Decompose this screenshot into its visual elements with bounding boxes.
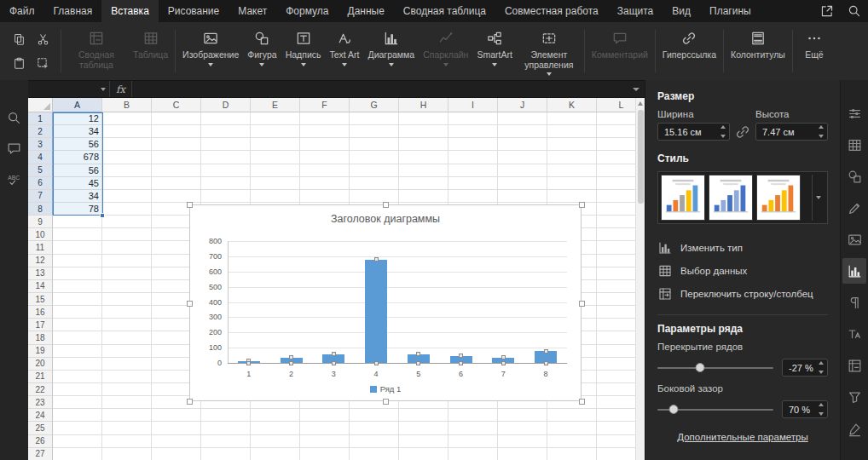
cell-D4[interactable] <box>201 151 251 164</box>
cell-A24[interactable] <box>53 409 102 422</box>
cell-D6[interactable] <box>201 177 251 190</box>
cell-F27[interactable] <box>300 448 350 460</box>
series-point-handle[interactable] <box>416 361 420 365</box>
width-input[interactable]: 15.16 см <box>657 123 730 141</box>
cell-A14[interactable] <box>53 280 102 293</box>
cell-J27[interactable] <box>498 448 547 460</box>
cell-J6[interactable] <box>498 177 547 190</box>
row-header-19[interactable]: 19 <box>28 345 53 358</box>
row-header-16[interactable]: 16 <box>28 306 53 319</box>
chart-resize-handle[interactable] <box>383 202 389 208</box>
series-point-handle[interactable] <box>332 352 336 356</box>
cell-A21[interactable] <box>53 371 102 383</box>
cell-D7[interactable] <box>201 190 251 203</box>
cell-C26[interactable] <box>152 435 201 448</box>
table-button[interactable]: Таблица <box>129 22 172 80</box>
cell-B22[interactable] <box>102 383 152 396</box>
row-header-1[interactable]: 1 <box>28 112 53 125</box>
menu-tab-11[interactable]: Плагины <box>700 0 761 22</box>
cell-E7[interactable] <box>251 190 300 203</box>
more-button[interactable]: Ещё <box>796 22 833 80</box>
series-point-handle[interactable] <box>289 361 293 365</box>
cell-A8[interactable]: 78 <box>53 203 102 216</box>
row-header-3[interactable]: 3 <box>28 138 53 151</box>
row-header-6[interactable]: 6 <box>28 177 53 190</box>
menu-tab-1[interactable]: Главная <box>44 0 102 22</box>
gap-spinner[interactable] <box>816 403 825 416</box>
cell-K27[interactable] <box>547 448 597 460</box>
cell-J5[interactable] <box>498 164 547 177</box>
cell-B25[interactable] <box>102 422 152 434</box>
cell-A20[interactable] <box>53 358 102 371</box>
series-point-handle[interactable] <box>374 257 379 262</box>
row-header-2[interactable]: 2 <box>28 125 53 138</box>
cell-J26[interactable] <box>498 435 547 448</box>
column-header-E[interactable]: E <box>251 98 300 112</box>
row-header-20[interactable]: 20 <box>28 358 53 371</box>
column-header-F[interactable]: F <box>300 98 350 112</box>
cell-C7[interactable] <box>152 190 201 203</box>
constrain-proportions-icon[interactable] <box>730 124 755 141</box>
cell-I24[interactable] <box>448 409 498 422</box>
cell-B23[interactable] <box>102 396 152 409</box>
vertical-scrollbar[interactable] <box>635 98 645 460</box>
cell-J1[interactable] <box>498 112 547 125</box>
cell-F24[interactable] <box>300 409 350 422</box>
menu-tab-2[interactable]: Вставка <box>101 0 159 22</box>
cell-C6[interactable] <box>152 177 201 190</box>
cell-K2[interactable] <box>547 125 597 138</box>
series-point-handle[interactable] <box>246 361 251 365</box>
cell-I1[interactable] <box>448 112 498 125</box>
cell-E2[interactable] <box>251 125 300 138</box>
column-header-C[interactable]: C <box>152 98 201 112</box>
cell-B1[interactable] <box>102 112 152 125</box>
series-point-handle[interactable] <box>416 352 420 356</box>
sparkline-button[interactable]: Спарклайн <box>419 22 472 80</box>
chart-resize-handle[interactable] <box>579 301 585 307</box>
cell-K1[interactable] <box>547 112 597 125</box>
cell-A3[interactable]: 56 <box>53 138 102 151</box>
chart-resize-handle[interactable] <box>579 399 585 405</box>
cell-G1[interactable] <box>350 112 399 125</box>
pivot-settings-icon[interactable] <box>842 353 866 378</box>
row-header-23[interactable]: 23 <box>28 396 53 409</box>
cell-A27[interactable] <box>53 448 102 460</box>
cell-C1[interactable] <box>152 112 201 125</box>
copy-button[interactable] <box>8 28 30 50</box>
cell-J25[interactable] <box>498 422 547 434</box>
gap-slider-thumb[interactable] <box>669 405 679 414</box>
cell-D25[interactable] <box>201 422 251 434</box>
cell-C3[interactable] <box>152 138 201 151</box>
text-art-button[interactable]: Text Art <box>326 22 364 80</box>
cell-C4[interactable] <box>152 151 201 164</box>
cell-C2[interactable] <box>152 125 201 138</box>
row-header-27[interactable]: 27 <box>28 448 53 460</box>
cell-I7[interactable] <box>448 190 498 203</box>
cell-K6[interactable] <box>547 177 597 190</box>
cell-E5[interactable] <box>251 164 300 177</box>
menu-tab-0[interactable]: Файл <box>0 0 44 22</box>
cell-B2[interactable] <box>102 125 152 138</box>
cell-G5[interactable] <box>350 164 399 177</box>
cell-B27[interactable] <box>102 448 152 460</box>
row-header-17[interactable]: 17 <box>28 319 53 331</box>
series-point-handle[interactable] <box>459 361 463 365</box>
cell-B20[interactable] <box>102 358 152 371</box>
row-header-5[interactable]: 5 <box>28 164 53 177</box>
cell-A15[interactable] <box>53 293 102 306</box>
cell-settings-icon[interactable] <box>842 101 866 126</box>
chart-resize-handle[interactable] <box>187 301 193 307</box>
column-header-I[interactable]: I <box>448 98 498 112</box>
width-spinner[interactable] <box>718 125 727 138</box>
formula-bar-collapse-icon[interactable] <box>628 81 645 97</box>
column-header-G[interactable]: G <box>350 98 399 112</box>
cell-H5[interactable] <box>399 164 448 177</box>
cell-C27[interactable] <box>152 448 201 460</box>
cell-I2[interactable] <box>448 125 498 138</box>
advanced-settings-link[interactable]: Дополнительные параметры <box>677 432 808 442</box>
cell-B14[interactable] <box>102 280 152 293</box>
cut-button[interactable] <box>32 28 54 50</box>
cell-B26[interactable] <box>102 435 152 448</box>
control-button[interactable]: Элемент управления <box>517 22 582 80</box>
cell-B6[interactable] <box>102 177 152 190</box>
